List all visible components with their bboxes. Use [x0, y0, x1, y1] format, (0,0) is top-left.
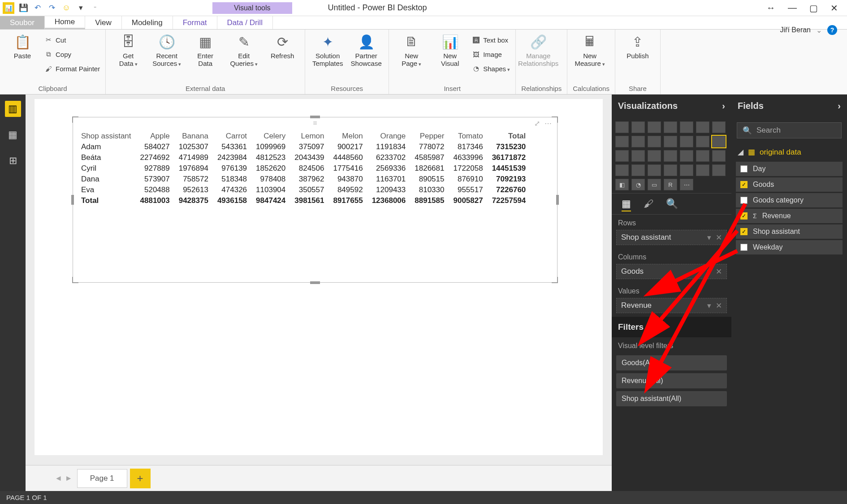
copy-button[interactable]: ⧉Copy: [44, 48, 100, 60]
viz-type-7[interactable]: [615, 136, 629, 147]
paste-button[interactable]: 📋Paste: [5, 32, 39, 60]
viz-type-3[interactable]: [664, 121, 677, 133]
new-measure-button[interactable]: 🖩New Measure: [573, 32, 607, 67]
field-day[interactable]: Day: [736, 162, 843, 176]
maximize-button[interactable]: ▢: [809, 3, 818, 13]
more-options-icon[interactable]: ⋯: [544, 119, 552, 128]
resize-grip-icon[interactable]: ↔: [766, 3, 775, 13]
help-icon[interactable]: ?: [827, 25, 837, 35]
field-goods-category[interactable]: Goods category: [736, 193, 843, 207]
solution-templates-button[interactable]: ✦Solution Templates: [311, 32, 345, 67]
analytics-well-tab[interactable]: 🔍: [666, 198, 678, 210]
viz-type-16[interactable]: [648, 150, 661, 162]
checkbox-icon[interactable]: [740, 244, 748, 251]
report-canvas-area[interactable]: ≡ ⤢ ⋯ Shop assistantAppleBananaCarrotCel…: [26, 95, 612, 491]
tab-view[interactable]: View: [85, 16, 122, 29]
remove-field-icon[interactable]: ✕: [716, 301, 722, 310]
remove-field-icon[interactable]: ✕: [716, 267, 722, 276]
expand-icon[interactable]: ◢: [738, 147, 743, 157]
textbox-button[interactable]: 🅰Text box: [471, 34, 510, 46]
page-tab-1[interactable]: Page 1: [77, 469, 127, 488]
viz-type-14[interactable]: [615, 150, 629, 162]
viz-type-25[interactable]: [680, 164, 693, 176]
prev-page-icon[interactable]: ◄: [55, 474, 62, 483]
close-button[interactable]: ✕: [830, 3, 838, 13]
enter-data-button[interactable]: ▦Enter Data: [188, 32, 222, 67]
undo-icon[interactable]: ↶: [32, 3, 43, 13]
viz-type-12[interactable]: [696, 136, 709, 147]
chevron-down-icon[interactable]: ▾: [707, 267, 711, 276]
report-page-canvas[interactable]: ≡ ⤢ ⋯ Shop assistantAppleBananaCarrotCel…: [35, 99, 603, 455]
viz-type-extra[interactable]: ▭: [648, 179, 661, 190]
viz-type-27[interactable]: [712, 164, 726, 176]
viz-type-26[interactable]: [696, 164, 709, 176]
field-revenue[interactable]: ✓ΣRevenue: [736, 209, 843, 223]
checkbox-icon[interactable]: ✓: [740, 181, 748, 188]
viz-type-extra[interactable]: ◔: [631, 179, 645, 190]
shapes-button[interactable]: ◔Shapes: [471, 63, 510, 74]
chevron-down-icon[interactable]: ⌄: [816, 26, 822, 34]
focus-mode-icon[interactable]: ⤢: [534, 119, 540, 128]
partner-showcase-button[interactable]: 👤Partner Showcase: [349, 32, 383, 67]
collapse-pane-icon[interactable]: ›: [838, 101, 841, 111]
viz-type-11[interactable]: [680, 136, 693, 147]
tab-data-drill[interactable]: Data / Drill: [217, 16, 273, 29]
publish-button[interactable]: ⇪Publish: [621, 32, 655, 60]
columns-well[interactable]: Goods▾✕: [616, 264, 727, 279]
field-shop-assistant[interactable]: ✓Shop assistant: [736, 224, 843, 239]
viz-type-8[interactable]: [631, 136, 645, 147]
get-data-button[interactable]: 🗄Get Data: [111, 32, 145, 67]
chevron-down-icon[interactable]: ▾: [707, 301, 711, 310]
matrix-visual[interactable]: ≡ ⤢ ⋯ Shop assistantAppleBananaCarrotCel…: [73, 117, 557, 283]
format-painter-button[interactable]: 🖌Format Painter: [44, 63, 100, 74]
tab-file[interactable]: Soubor: [0, 16, 45, 29]
viz-type-20[interactable]: [712, 150, 726, 162]
report-view-icon[interactable]: ▥: [5, 101, 21, 117]
viz-type-19[interactable]: [696, 150, 709, 162]
viz-type-24[interactable]: [664, 164, 677, 176]
viz-type-6[interactable]: [712, 121, 726, 133]
tab-home[interactable]: Home: [45, 16, 85, 29]
viz-type-9[interactable]: [648, 136, 661, 147]
filter-pill[interactable]: Goods(All): [616, 355, 727, 370]
viz-type-22[interactable]: [631, 164, 645, 176]
save-icon[interactable]: 💾: [18, 3, 29, 13]
field-goods[interactable]: ✓Goods: [736, 177, 843, 192]
filter-pill[interactable]: Revenue(All): [616, 373, 727, 388]
refresh-button[interactable]: ⟳Refresh: [265, 32, 299, 60]
viz-type-2[interactable]: [648, 121, 661, 133]
signed-in-user[interactable]: Jiří Beran ⌄ ?: [780, 25, 837, 35]
filter-pill[interactable]: Shop assistant(All): [616, 391, 727, 406]
new-visual-button[interactable]: 📊New Visual: [433, 32, 467, 67]
model-view-icon[interactable]: ⊞: [5, 153, 21, 169]
field-weekday[interactable]: Weekday: [736, 240, 843, 254]
next-page-icon[interactable]: ►: [65, 474, 73, 483]
viz-type-18[interactable]: [680, 150, 693, 162]
viz-type-4[interactable]: [680, 121, 693, 133]
viz-type-extra[interactable]: ◧: [615, 179, 629, 190]
viz-type-13[interactable]: [712, 136, 726, 147]
recent-sources-button[interactable]: 🕓Recent Sources: [150, 32, 184, 67]
checkbox-icon[interactable]: [740, 165, 748, 172]
values-well[interactable]: Revenue▾✕: [616, 298, 727, 313]
manage-relationships-button[interactable]: 🔗Manage Relationships: [521, 32, 555, 67]
remove-field-icon[interactable]: ✕: [716, 233, 722, 242]
viz-type-21[interactable]: [615, 164, 629, 176]
checkbox-icon[interactable]: ✓: [740, 228, 748, 235]
fields-search[interactable]: 🔍Search: [737, 122, 842, 138]
viz-type-5[interactable]: [696, 121, 709, 133]
data-view-icon[interactable]: ▦: [5, 127, 21, 143]
checkbox-icon[interactable]: ✓: [740, 212, 748, 220]
add-page-button[interactable]: +: [130, 469, 151, 488]
viz-type-extra[interactable]: ⋯: [680, 179, 693, 190]
rows-well[interactable]: Shop assistant▾✕: [616, 230, 727, 245]
feedback-icon[interactable]: ☺: [61, 3, 72, 13]
qat-overflow-icon[interactable]: ⁼: [90, 3, 100, 13]
viz-type-15[interactable]: [631, 150, 645, 162]
image-button[interactable]: 🖼Image: [471, 48, 510, 60]
viz-type-0[interactable]: [615, 121, 629, 133]
viz-type-1[interactable]: [631, 121, 645, 133]
collapse-pane-icon[interactable]: ›: [722, 101, 725, 111]
viz-type-23[interactable]: [648, 164, 661, 176]
tab-format[interactable]: Format: [173, 16, 217, 29]
